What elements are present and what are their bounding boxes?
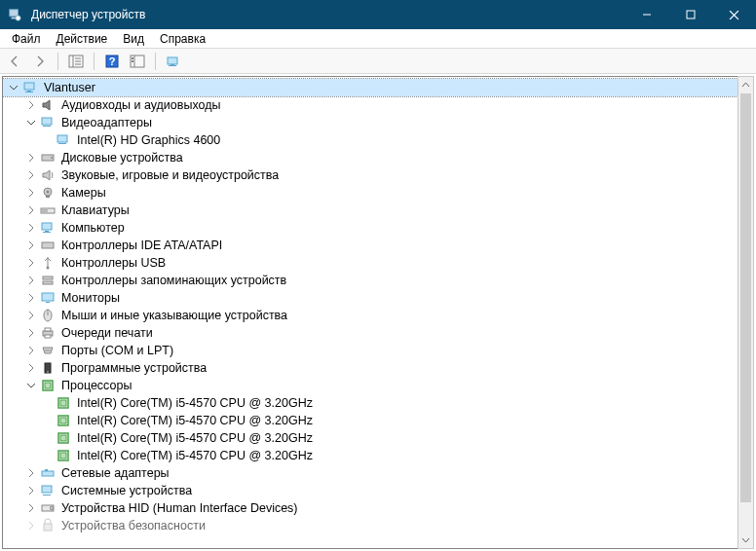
tree-item-cpu-core[interactable]: Intel(R) Core(TM) i5-4570 CPU @ 3.20GHz	[3, 429, 737, 447]
svg-point-71	[51, 506, 54, 510]
tree-label: Устройства HID (Human Interface Devices)	[59, 499, 300, 517]
tree-item-computer[interactable]: Компьютер	[3, 219, 737, 237]
camera-icon	[40, 185, 56, 201]
svg-rect-44	[42, 293, 54, 301]
svg-rect-67	[45, 469, 48, 471]
tree-label: Мыши и иные указывающие устройства	[59, 307, 289, 324]
tree-item-monitor[interactable]: Мониторы	[3, 289, 737, 307]
svg-rect-42	[43, 276, 53, 279]
menu-action[interactable]: Действие	[49, 30, 116, 48]
expander-icon[interactable]	[24, 116, 38, 129]
tree-item-hid[interactable]: Устройства HID (Human Interface Devices)	[3, 499, 737, 517]
tree-item-system[interactable]: Системные устройства	[3, 482, 737, 499]
expander-icon[interactable]	[24, 379, 38, 392]
network-adapter-icon	[40, 465, 56, 481]
scroll-down-arrow[interactable]	[738, 532, 753, 548]
svg-rect-72	[44, 524, 52, 531]
expander-icon[interactable]	[24, 256, 38, 270]
tree-item-video[interactable]: Видеоадаптеры	[3, 114, 737, 131]
svg-rect-39	[43, 232, 51, 233]
expander-icon[interactable]	[7, 81, 20, 94]
menu-view[interactable]: Вид	[115, 30, 152, 48]
help-button[interactable]: ?	[101, 51, 123, 72]
svg-rect-24	[42, 118, 52, 125]
svg-rect-0	[10, 10, 19, 17]
tree-item-audio[interactable]: Аудиовходы и аудиовыходы	[3, 96, 737, 114]
expander-icon[interactable]	[24, 274, 38, 287]
titlebar: Диспетчер устройств	[0, 0, 756, 29]
menu-help[interactable]: Справка	[152, 30, 213, 48]
storage-controller-icon	[40, 273, 56, 288]
scan-hardware-button[interactable]	[163, 51, 184, 72]
tree-label: Системные устройства	[59, 482, 194, 499]
expander-icon[interactable]	[24, 309, 38, 322]
svg-rect-27	[58, 143, 66, 144]
device-tree-pane: Vlantuser Аудиовходы и аудиовыходы Видео…	[2, 76, 737, 549]
expander-icon[interactable]	[24, 344, 38, 357]
show-hide-tree-button[interactable]	[65, 51, 87, 72]
expander-icon[interactable]	[24, 466, 38, 480]
tree-item-network[interactable]: Сетевые адаптеры	[3, 464, 737, 482]
tree-item-storage[interactable]: Контроллеры запоминающих устройств	[3, 272, 737, 289]
forward-button[interactable]	[29, 51, 51, 72]
tree-label: Видеоадаптеры	[59, 114, 154, 131]
usb-icon	[40, 255, 56, 271]
hid-icon	[40, 500, 56, 516]
tree-label: Контроллеры запоминающих устройств	[59, 272, 288, 289]
maximize-button[interactable]	[668, 0, 712, 29]
properties-button[interactable]	[127, 51, 148, 72]
tree-item-keyboard[interactable]: Клавиатуры	[3, 202, 737, 219]
tree-item-software[interactable]: Программные устройства	[3, 359, 737, 377]
tree-item-mouse[interactable]: Мыши и иные указывающие устройства	[3, 307, 737, 324]
svg-rect-32	[46, 196, 50, 198]
tree-item-cpu-core[interactable]: Intel(R) Core(TM) i5-4570 CPU @ 3.20GHz	[3, 412, 737, 429]
svg-rect-50	[45, 335, 51, 338]
tree-item-disk[interactable]: Дисковые устройства	[3, 149, 737, 166]
device-tree[interactable]: Vlantuser Аудиовходы и аудиовыходы Видео…	[3, 77, 737, 536]
menubar: Файл Действие Вид Справка	[0, 29, 756, 49]
tree-label: Intel(R) Core(TM) i5-4570 CPU @ 3.20GHz	[75, 412, 315, 429]
expander-icon[interactable]	[24, 221, 38, 235]
tree-item-usb[interactable]: Контроллеры USB	[3, 254, 737, 272]
expander-icon[interactable]	[24, 239, 38, 252]
processor-icon	[56, 430, 71, 446]
tree-item-sound[interactable]: Звуковые, игровые и видеоустройства	[3, 166, 737, 184]
minimize-button[interactable]	[624, 0, 668, 29]
scroll-thumb[interactable]	[740, 93, 751, 502]
expander-icon[interactable]	[24, 168, 38, 182]
tree-item-ide[interactable]: Контроллеры IDE ATA/ATAPI	[3, 237, 737, 254]
scroll-up-arrow[interactable]	[738, 77, 753, 93]
tree-item-printqueue[interactable]: Очереди печати	[3, 324, 737, 342]
tree-label: Intel(R) Core(TM) i5-4570 CPU @ 3.20GHz	[75, 429, 315, 447]
tree-item-processors[interactable]: Процессоры	[3, 377, 737, 394]
expander-icon[interactable]	[24, 291, 38, 305]
tree-item-cpu-core[interactable]: Intel(R) Core(TM) i5-4570 CPU @ 3.20GHz	[3, 447, 737, 464]
expander-icon[interactable]	[24, 361, 38, 375]
svg-rect-63	[60, 435, 66, 441]
expander-icon[interactable]	[24, 98, 38, 112]
svg-point-2	[16, 16, 20, 20]
tree-item-camera[interactable]: Камеры	[3, 184, 737, 202]
svg-rect-49	[45, 328, 51, 331]
expander-icon[interactable]	[24, 484, 38, 497]
tree-item-video-child[interactable]: Intel(R) HD Graphics 4600	[3, 131, 737, 149]
tree-label: Intel(R) HD Graphics 4600	[75, 131, 222, 149]
expander-icon[interactable]	[24, 203, 38, 217]
expander-icon[interactable]	[24, 151, 38, 165]
svg-point-52	[47, 349, 49, 351]
menu-file[interactable]: Файл	[4, 30, 49, 48]
expander-icon[interactable]	[24, 501, 38, 515]
tree-root[interactable]: Vlantuser	[3, 79, 737, 96]
svg-rect-65	[60, 453, 66, 459]
tree-item-ports[interactable]: Порты (COM и LPT)	[3, 342, 737, 359]
port-icon	[40, 343, 56, 358]
back-button[interactable]	[4, 51, 25, 72]
close-button[interactable]	[712, 0, 756, 29]
svg-rect-59	[60, 400, 66, 406]
vertical-scrollbar[interactable]	[737, 76, 754, 549]
tree-item-cpu-core[interactable]: Intel(R) Core(TM) i5-4570 CPU @ 3.20GHz	[3, 394, 737, 412]
tree-item-security[interactable]: Устройства безопасности	[3, 517, 737, 534]
expander-icon[interactable]	[24, 519, 38, 533]
expander-icon[interactable]	[24, 326, 38, 340]
expander-icon[interactable]	[24, 186, 38, 200]
